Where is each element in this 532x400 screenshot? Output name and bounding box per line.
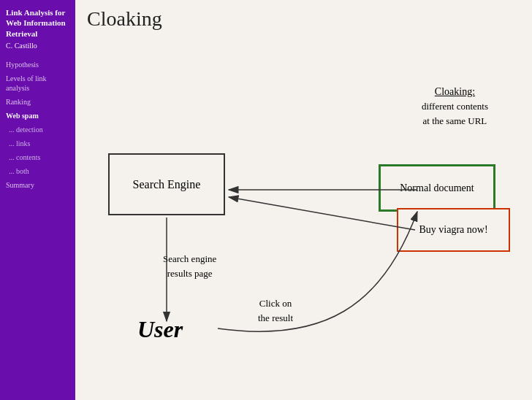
user-label: User xyxy=(137,316,183,343)
click-label: Click on the result xyxy=(258,296,293,325)
buy-viagra-label: Buy viagra now! xyxy=(419,224,487,236)
results-label: Search engine results page xyxy=(163,252,216,280)
search-engine-box: Search Engine xyxy=(108,153,225,215)
normal-doc-label: Normal document xyxy=(400,182,474,194)
cloaking-label-line2: different contents xyxy=(422,99,488,114)
sidebar-author: C. Castillo xyxy=(6,42,69,50)
click-label-line1: Click on xyxy=(258,296,293,311)
main-content: Cloaking Cloaking: different contents at… xyxy=(75,0,532,400)
sidebar: Link Analysis for Web Information Retrie… xyxy=(0,0,75,400)
results-label-line1: Search engine xyxy=(163,252,216,266)
sidebar-item-detection[interactable]: ... detection xyxy=(6,125,69,134)
arrow-user-to-normaldoc xyxy=(218,212,417,331)
diagram: Cloaking: different contents at the same… xyxy=(75,36,532,394)
sidebar-item-webspam[interactable]: Web spam xyxy=(6,111,69,120)
sidebar-item-both[interactable]: ... both xyxy=(6,166,69,176)
sidebar-item-summary[interactable]: Summary xyxy=(6,180,69,190)
cloaking-label-line3: at the same URL xyxy=(422,114,488,128)
sidebar-item-contents[interactable]: ... contents xyxy=(6,153,69,162)
results-label-line2: results page xyxy=(163,266,216,281)
sidebar-item-hypothesis[interactable]: Hypothesis xyxy=(6,60,69,69)
sidebar-item-ranking[interactable]: Ranking xyxy=(6,97,69,107)
search-engine-label: Search Engine xyxy=(133,178,201,191)
cloaking-annotation: Cloaking: different contents at the same… xyxy=(422,84,488,128)
sidebar-item-levels[interactable]: Levels of link analysis xyxy=(6,74,69,93)
normal-doc-box: Normal document xyxy=(379,164,495,212)
buy-viagra-box: Buy viagra now! xyxy=(397,208,510,252)
click-label-line2: the result xyxy=(258,311,293,326)
page-title: Cloaking xyxy=(87,7,520,31)
cloaking-label-title: Cloaking: xyxy=(422,84,488,99)
page-header: Cloaking xyxy=(75,0,532,36)
sidebar-title: Link Analysis for Web Information Retrie… xyxy=(6,7,69,39)
sidebar-item-links[interactable]: ... links xyxy=(6,139,69,148)
